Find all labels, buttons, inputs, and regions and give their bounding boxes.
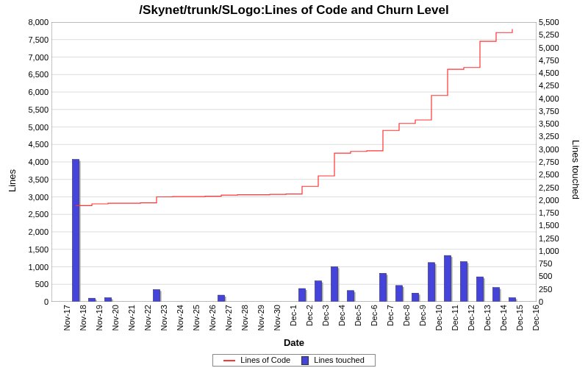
y2-tick: 500 — [539, 272, 571, 280]
y2-tick: 1,000 — [539, 247, 571, 255]
svg-rect-22 — [104, 297, 111, 302]
y1-tick: 2,500 — [16, 210, 49, 219]
svg-rect-44 — [444, 255, 451, 302]
y1-tick: 1,500 — [16, 245, 49, 254]
x-tick: 12-Dec — [467, 305, 476, 339]
y2-tick: 3,750 — [539, 107, 571, 116]
x-tick: 27-Nov — [224, 305, 233, 339]
x-tick: 16-Dec — [531, 305, 540, 339]
y2-tick: 2,250 — [539, 183, 571, 192]
y2-tick: 4,000 — [539, 94, 571, 103]
svg-rect-48 — [476, 277, 483, 302]
x-tick: 21-Nov — [127, 305, 136, 339]
legend-label-line: Lines of Code — [240, 355, 290, 364]
x-tick: 15-Dec — [515, 305, 524, 339]
legend-item-bar: Lines touched — [301, 355, 365, 365]
x-tick: 22-Nov — [143, 305, 152, 339]
x-tick: 30-Nov — [273, 305, 282, 339]
x-tick: 10-Dec — [434, 305, 443, 339]
chart-container: /Skynet/trunk/SLogo:Lines of Code and Ch… — [0, 0, 588, 368]
y1-tick: 5,000 — [16, 123, 49, 132]
svg-rect-40 — [412, 293, 418, 302]
svg-rect-42 — [428, 263, 434, 302]
plot-area — [51, 22, 537, 302]
x-axis-label: Date — [51, 337, 537, 348]
y1-tick: 0 — [16, 297, 49, 306]
y1-tick: 6,000 — [16, 88, 49, 96]
svg-rect-30 — [315, 281, 321, 302]
y2-tick: 4,750 — [539, 56, 571, 65]
svg-rect-18 — [72, 160, 79, 302]
x-tick: 19-Nov — [95, 305, 104, 339]
x-tick: 26-Nov — [208, 305, 217, 339]
x-tick: 7-Dec — [386, 305, 395, 339]
svg-rect-34 — [347, 291, 354, 302]
x-tick: 25-Nov — [192, 305, 201, 339]
y2-tick: 2,750 — [539, 158, 571, 166]
x-tick: 6-Dec — [370, 305, 379, 339]
y2-tick: 250 — [539, 285, 571, 294]
x-tick: 14-Dec — [499, 305, 508, 339]
y2-tick: 5,250 — [539, 30, 571, 39]
y2-tick: 750 — [539, 259, 571, 268]
x-tick: 13-Dec — [483, 305, 492, 339]
svg-rect-46 — [460, 261, 467, 302]
legend-item-line: Lines of Code — [223, 355, 290, 364]
svg-rect-50 — [492, 288, 499, 302]
y1-tick: 4,500 — [16, 140, 49, 149]
line-swatch-icon — [223, 360, 235, 361]
y2-tick: 3,250 — [539, 132, 571, 141]
y1-tick: 8,000 — [16, 18, 49, 26]
x-tick: 4-Dec — [337, 305, 346, 339]
x-tick: 29-Nov — [257, 305, 265, 339]
y2-tick: 2,500 — [539, 170, 571, 179]
y2-tick: 3,000 — [539, 145, 571, 154]
x-tick: 8-Dec — [402, 305, 411, 339]
svg-rect-26 — [218, 295, 224, 302]
y2-tick: 5,000 — [539, 43, 571, 52]
y1-tick: 2,000 — [16, 227, 49, 236]
x-tick: 2-Dec — [305, 305, 314, 339]
svg-rect-52 — [509, 297, 515, 302]
x-tick: 18-Nov — [79, 305, 87, 339]
y2-tick: 3,500 — [539, 119, 571, 128]
svg-rect-24 — [153, 289, 159, 302]
y1-axis-label: Lines — [0, 22, 13, 302]
y1-tick: 3,500 — [16, 175, 49, 184]
y2-tick: 5,500 — [539, 18, 571, 26]
y1-tick: 7,000 — [16, 53, 49, 62]
x-tick: 1-Dec — [289, 305, 298, 339]
x-tick: 24-Nov — [176, 305, 184, 339]
y1-tick: 5,500 — [16, 105, 49, 114]
y1-tick: 500 — [16, 280, 49, 289]
y1-tick: 3,000 — [16, 193, 49, 202]
y2-tick: 1,750 — [539, 208, 571, 217]
legend-label-bar: Lines touched — [314, 355, 365, 364]
svg-rect-28 — [298, 289, 305, 302]
y2-tick: 4,250 — [539, 81, 571, 90]
y1-tick: 4,000 — [16, 158, 49, 166]
y1-tick: 6,500 — [16, 70, 49, 79]
x-tick: 9-Dec — [418, 305, 427, 339]
y2-tick: 1,500 — [539, 221, 571, 230]
y1-tick: 1,000 — [16, 263, 49, 272]
x-tick: 5-Dec — [354, 305, 362, 339]
svg-rect-20 — [88, 298, 95, 302]
svg-rect-32 — [331, 266, 337, 302]
y2-tick: 0 — [539, 297, 571, 306]
y1-tick: 7,500 — [16, 35, 49, 44]
chart-title: /Skynet/trunk/SLogo:Lines of Code and Ch… — [0, 3, 588, 18]
plot-svg — [51, 22, 537, 302]
bar-swatch-icon — [301, 356, 309, 365]
x-tick: 17-Nov — [62, 305, 71, 339]
x-tick: 11-Dec — [451, 305, 459, 339]
x-tick: 28-Nov — [240, 305, 249, 339]
y2-tick: 1,250 — [539, 234, 571, 243]
x-tick: 20-Nov — [111, 305, 120, 339]
y2-tick: 4,500 — [539, 68, 571, 77]
legend: Lines of Code Lines touched — [0, 354, 588, 367]
x-tick: 3-Dec — [321, 305, 330, 339]
svg-rect-36 — [379, 273, 386, 302]
y2-axis-label: Lines touched — [575, 22, 588, 302]
x-tick: 23-Nov — [159, 305, 168, 339]
